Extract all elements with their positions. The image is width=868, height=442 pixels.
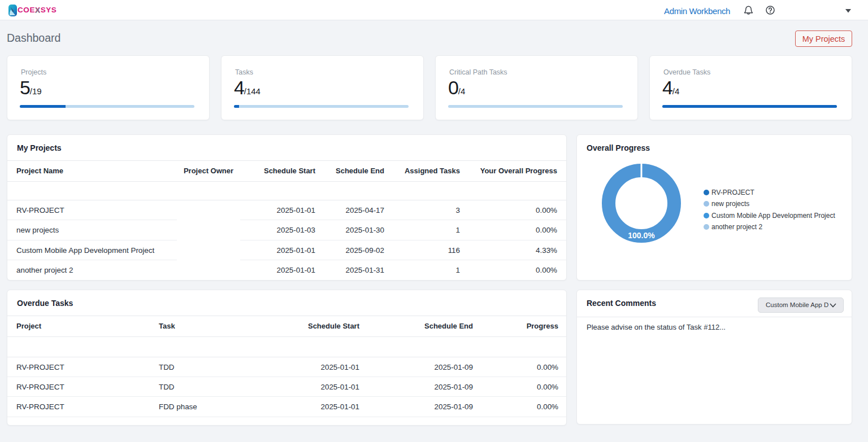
svg-text:100.0%: 100.0% [628, 231, 655, 240]
